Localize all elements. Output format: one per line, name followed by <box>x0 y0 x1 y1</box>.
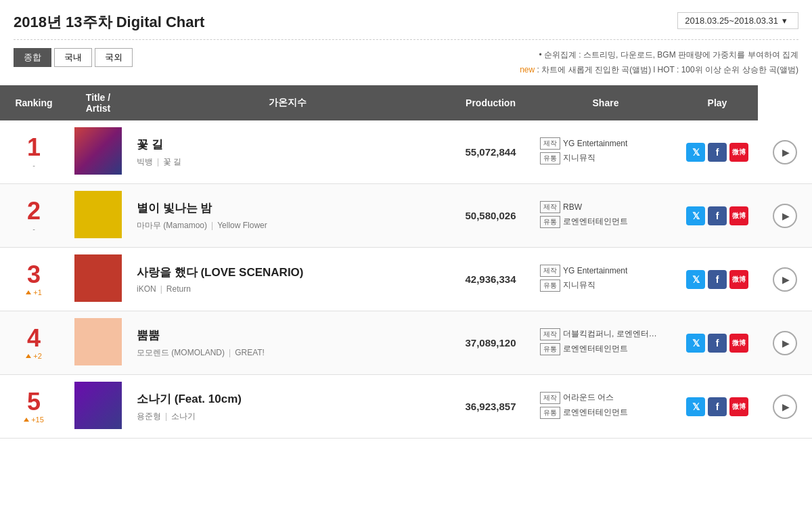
twitter-share-button[interactable]: 𝕏 <box>686 143 705 162</box>
album-art <box>74 382 122 429</box>
facebook-share-button[interactable]: f <box>708 143 727 162</box>
weibo-share-button[interactable]: 微博 <box>729 270 748 289</box>
rank-number: 5 <box>5 390 62 414</box>
chart-table: Ranking Title / Artist 가온지수 Production S… <box>0 85 812 439</box>
note-line2-text: : 차트에 새롭게 진입한 곡(앨범) l HOT : 100위 이상 순위 상… <box>537 65 798 74</box>
prod-name-2: 로엔엔터테인먼트 <box>563 343 628 355</box>
table-row: 1- 꽃 길 빅뱅 | 꽃 길 55,072,844 제작 YG Enterta… <box>0 120 812 184</box>
song-meta: 마마무 (Mamamoo) | Yellow Flower <box>137 220 438 231</box>
artist-name: iKON <box>137 284 156 294</box>
table-row: 3+1 사랑을 했다 (LOVE SCENARIO) iKON | Return… <box>0 248 812 311</box>
weibo-share-button[interactable]: 微博 <box>729 143 748 162</box>
twitter-share-button[interactable]: 𝕏 <box>686 206 705 225</box>
score-cell: 55,072,844 <box>447 120 535 184</box>
prod-label-1: 제작 <box>540 137 560 150</box>
play-button[interactable] <box>773 204 797 228</box>
facebook-share-button[interactable]: f <box>708 270 727 289</box>
song-title: 꽃 길 <box>137 137 438 152</box>
share-icons: 𝕏 f 微博 <box>682 206 752 225</box>
table-row: 4+2 뿜뿜 모모렌드 (MOMOLAND) | GREAT! 37,089,1… <box>0 311 812 375</box>
col-production: Production <box>447 85 535 120</box>
tab-jonghap[interactable]: 종합 <box>14 48 51 67</box>
note-line2: new : 차트에 새롭게 진입한 곡(앨범) l HOT : 100위 이상 … <box>520 63 798 78</box>
prod-name-2: 로엔엔터테인먼트 <box>563 216 628 227</box>
prod-row-2: 유통 로엔엔터테인먼트 <box>540 216 671 228</box>
twitter-share-button[interactable]: 𝕏 <box>686 270 705 289</box>
prod-label-2: 유통 <box>540 407 560 419</box>
play-button[interactable] <box>773 140 797 164</box>
tab-international[interactable]: 국외 <box>95 48 133 67</box>
separator-icon: | <box>229 348 231 357</box>
play-button[interactable] <box>773 331 797 355</box>
twitter-share-button[interactable]: 𝕏 <box>686 334 705 353</box>
rank-number: 4 <box>5 326 62 351</box>
prod-label-2: 유통 <box>540 216 560 228</box>
separator-icon: | <box>157 157 159 166</box>
tabs-notes-area: 종합 국내 국외 • 순위집계 : 스트리밍, 다운로드, BGM 판매량에 가… <box>0 40 812 85</box>
prod-name-2: 로엔엔터테인먼트 <box>563 407 628 418</box>
rank-number: 1 <box>5 135 62 160</box>
prod-label-1: 제작 <box>540 392 560 404</box>
play-button[interactable] <box>773 395 797 419</box>
song-meta: iKON | Return <box>137 284 438 294</box>
date-selector[interactable]: 2018.03.25~2018.03.31 ▾ <box>677 12 798 29</box>
artist-name: 모모렌드 (MOMOLAND) <box>137 347 225 359</box>
prod-label-1: 제작 <box>540 265 560 277</box>
album-name: 소나기 <box>171 411 196 422</box>
score-cell: 36,923,857 <box>447 375 535 439</box>
col-play: Play <box>677 85 758 120</box>
song-title: 별이 빛나는 밤 <box>137 200 438 216</box>
prod-row-1: 제작 어라운드 어스 <box>540 392 671 404</box>
prod-label-2: 유통 <box>540 343 560 355</box>
album-name: GREAT! <box>235 348 265 357</box>
song-title: 사랑을 했다 (LOVE SCENARIO) <box>137 265 438 280</box>
prod-name-2: 지니뮤직 <box>563 280 595 291</box>
song-meta: 빅뱅 | 꽃 길 <box>137 156 438 168</box>
prod-row-2: 유통 지니뮤직 <box>540 152 671 164</box>
rank-number: 2 <box>5 199 62 223</box>
col-score: 가온지수 <box>129 85 447 120</box>
prod-row-2: 유통 로엔엔터테인먼트 <box>540 343 671 355</box>
date-arrow-icon: ▾ <box>782 16 787 26</box>
prod-name-1: 어라운드 어스 <box>563 392 614 403</box>
album-art <box>74 191 122 238</box>
date-range: 2018.03.25~2018.03.31 <box>685 16 778 26</box>
facebook-share-button[interactable]: f <box>708 206 727 225</box>
share-icons: 𝕏 f 微博 <box>682 143 752 162</box>
weibo-share-button[interactable]: 微博 <box>729 206 748 225</box>
facebook-share-button[interactable]: f <box>708 397 727 416</box>
table-row: 5+15 소나기 (Feat. 10cm) 용준형 | 소나기 36,923,8… <box>0 375 812 439</box>
twitter-share-button[interactable]: 𝕏 <box>686 397 705 416</box>
prod-row-1: 제작 YG Entertainment <box>540 137 671 150</box>
share-icons: 𝕏 f 微博 <box>682 334 752 353</box>
separator-icon: | <box>165 411 167 421</box>
album-name: 꽃 길 <box>163 156 181 168</box>
prod-row-1: 제작 YG Entertainment <box>540 265 671 277</box>
album-art <box>74 127 122 175</box>
tab-domestic[interactable]: 국내 <box>54 48 92 67</box>
col-title: Title / Artist <box>68 85 129 120</box>
rank-number: 3 <box>5 263 62 287</box>
col-ranking: Ranking <box>0 85 68 120</box>
album-art <box>74 318 122 365</box>
score-cell: 37,089,120 <box>447 311 535 375</box>
facebook-share-button[interactable]: f <box>708 334 727 353</box>
share-icons: 𝕏 f 微博 <box>682 397 752 416</box>
notes: • 순위집계 : 스트리밍, 다운로드, BGM 판매량에 가중치를 부여하여 … <box>520 48 798 77</box>
song-meta: 모모렌드 (MOMOLAND) | GREAT! <box>137 347 438 359</box>
prod-name-1: RBW <box>563 202 582 212</box>
artist-name: 용준형 <box>137 411 161 422</box>
play-button[interactable] <box>773 267 797 292</box>
note-line1: • 순위집계 : 스트리밍, 다운로드, BGM 판매량에 가중치를 부여하여 … <box>520 48 798 63</box>
weibo-share-button[interactable]: 微博 <box>729 397 748 416</box>
album-name: Return <box>166 284 191 294</box>
prod-name-1: YG Entertainment <box>563 139 627 148</box>
album-name: Yellow Flower <box>217 221 267 230</box>
prod-name-1: YG Entertainment <box>563 266 627 275</box>
separator-icon: | <box>160 284 162 294</box>
weibo-share-button[interactable]: 微博 <box>729 334 748 353</box>
separator-icon: | <box>211 221 213 230</box>
tabs-container: 종합 국내 국외 <box>14 48 133 67</box>
score-cell: 50,580,026 <box>447 184 535 248</box>
artist-name: 마마무 (Mamamoo) <box>137 220 207 231</box>
